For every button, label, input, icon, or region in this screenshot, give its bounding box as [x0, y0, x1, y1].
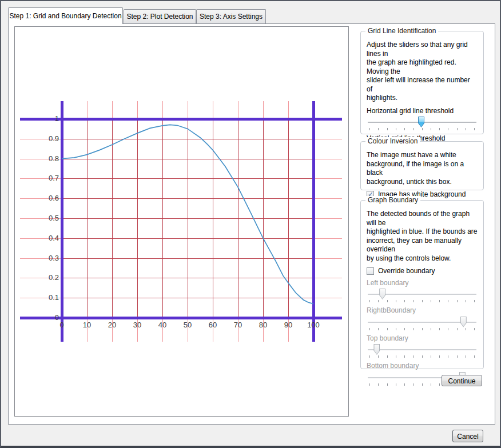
slider-track [367, 317, 478, 328]
slider-tick [413, 128, 413, 130]
slider-tick [466, 128, 466, 130]
graph-preview-image: 00.10.20.30.40.50.60.70.80.9101020304050… [14, 26, 349, 417]
slider-tick [422, 355, 423, 358]
graph-boundary-description: The detected bounds of the graph will be… [367, 210, 478, 263]
slider-tick [474, 128, 475, 130]
tab-step-3[interactable]: Step 3: Axis Settings [196, 9, 266, 24]
wizard-window: Step 1: Grid and Boundary DetectionStep … [0, 0, 501, 448]
override-boundary-checkbox-row[interactable]: Override boundary [367, 267, 478, 276]
slider-tick [431, 383, 431, 386]
detected-boundary-horizontal [20, 118, 342, 121]
slider-tick [369, 355, 370, 358]
slider-ticks [367, 355, 478, 359]
slider-tick [387, 128, 388, 130]
continue-button[interactable]: Continue [442, 375, 482, 386]
slider-tick [439, 383, 440, 386]
group-title: Colour Inversion [365, 137, 420, 145]
horizontal-grid-line-highlight [62, 198, 313, 199]
plot-curve [15, 27, 349, 417]
slider-tick [448, 355, 448, 358]
horizontal-grid-line-highlight [62, 139, 313, 139]
slider-tick [378, 128, 379, 130]
slider-ticks [367, 328, 478, 331]
y-axis-tick-label: 0.5 [36, 214, 59, 222]
slider-track[interactable] [367, 117, 478, 128]
slider-tick [466, 328, 466, 330]
group-grid-line-identification: Grid Line Identification Adjust the slid… [360, 31, 484, 134]
slider-tick [369, 383, 370, 386]
detected-boundary-vertical [61, 101, 63, 342]
slider-tick [457, 355, 458, 358]
x-axis-tick-label: 60 [203, 321, 222, 329]
x-axis-tick-label: 90 [279, 321, 298, 329]
slider-tick [448, 328, 448, 330]
x-axis-tick-label: 70 [228, 321, 248, 329]
group-title: Grid Line Identification [365, 27, 438, 35]
y-axis-tick-label: 0.6 [36, 194, 59, 202]
slider-label: Horizontal grid line threshold [367, 107, 478, 116]
y-axis-tick-label: 0.1 [36, 293, 59, 302]
slider-ticks [367, 300, 478, 303]
x-axis-tick-label: 100 [304, 321, 323, 329]
slider-tick [439, 300, 440, 302]
override-boundary-checkbox[interactable] [367, 267, 374, 275]
slider-tick [448, 128, 448, 130]
slider-label: RightbBoundary [367, 306, 478, 315]
slider-tick [387, 355, 388, 358]
slider-tick [413, 383, 413, 386]
y-axis-tick-label: 0.4 [36, 234, 59, 242]
horizontal-grid-line-highlight [62, 238, 313, 239]
slider-thumb [373, 344, 380, 355]
slider-tick [396, 355, 396, 358]
slider-track-line [368, 349, 476, 351]
slider-tick [387, 328, 388, 330]
cancel-button[interactable]: Cancel [452, 430, 483, 442]
slider-tick [474, 355, 475, 358]
slider-tick [439, 128, 440, 130]
slider-tick [422, 328, 423, 330]
slider-tick [422, 383, 423, 386]
slider-tick [457, 328, 458, 330]
colour-inversion-description: The image must have a white background, … [367, 151, 478, 186]
x-axis-tick-label: 10 [77, 321, 97, 329]
group-colour-inversion: Colour Inversion The image must have a w… [360, 141, 484, 190]
slider-label: Left boundary [367, 279, 478, 288]
tab-step-1[interactable]: Step 1: Grid and Boundary Detection [8, 7, 123, 24]
slider-thumb-face [461, 317, 466, 327]
slider-tick [387, 300, 388, 302]
slider-tick [378, 355, 379, 358]
tab-step-2[interactable]: Step 2: Plot Detection [124, 9, 196, 24]
slider-tick [387, 383, 388, 386]
grid-line-description: Adjust the sliders so that any grid line… [367, 41, 478, 103]
x-axis-tick-label: 80 [253, 321, 273, 329]
slider-horizontal-grid-line-threshold: Horizontal grid line threshold [367, 107, 478, 132]
slider-tick [404, 328, 405, 330]
group-graph-boundary: Graph Boundary The detected bounds of th… [360, 200, 484, 369]
slider-ticks [367, 128, 478, 131]
slider-tick [369, 300, 370, 302]
horizontal-grid-line-highlight [62, 258, 313, 259]
x-axis-tick-label: 30 [128, 321, 147, 329]
slider-tick [431, 328, 431, 330]
slider-tick [369, 128, 370, 130]
slider-tick [378, 383, 379, 386]
slider-thumb-face [380, 289, 385, 299]
slider-tick [396, 383, 396, 386]
horizontal-grid-line-highlight [62, 218, 313, 219]
slider-tick [396, 328, 396, 330]
slider-thumb[interactable] [418, 117, 424, 127]
slider-tick [457, 128, 458, 130]
slider-tick [396, 128, 396, 130]
slider-tick [404, 355, 405, 358]
detected-boundary-vertical [312, 101, 315, 342]
slider-tick [422, 128, 423, 130]
slider-tick [404, 383, 405, 386]
horizontal-grid-line-highlight [62, 298, 313, 298]
slider-thumb [379, 289, 385, 299]
horizontal-grid-line-highlight [62, 278, 313, 278]
x-axis-tick-label: 20 [102, 321, 122, 329]
slider-label: Bottom boundary [367, 362, 478, 371]
x-axis-tick-label: 50 [178, 321, 197, 329]
horizontal-grid-line-highlight [62, 159, 313, 159]
slider-tick [413, 328, 413, 330]
